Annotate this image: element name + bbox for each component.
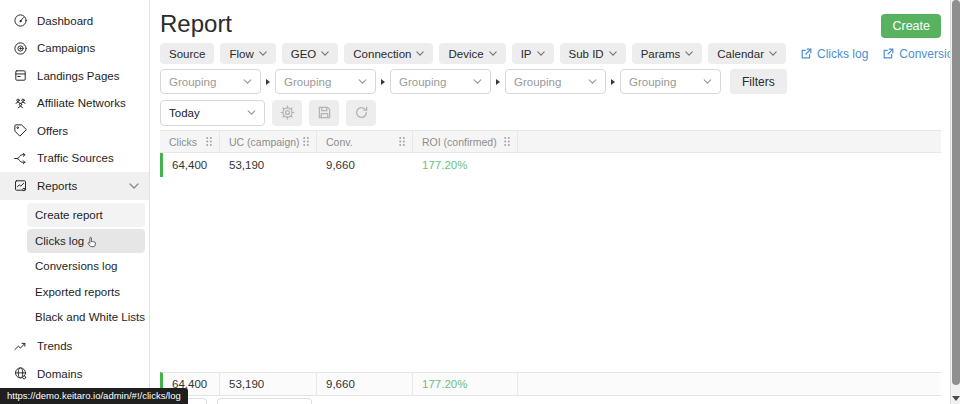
sub-item-label: Clicks log xyxy=(35,235,84,247)
create-button[interactable]: Create xyxy=(881,14,941,38)
chevron-down-icon xyxy=(537,51,545,56)
grouping-select-3[interactable]: Grouping xyxy=(390,69,491,94)
sidebar-item-label: Reports xyxy=(37,180,77,192)
filter-chip-params[interactable]: Params xyxy=(632,43,703,64)
settings-button[interactable] xyxy=(272,100,302,126)
pagination-button[interactable] xyxy=(186,398,207,404)
page-title: Report xyxy=(160,10,232,38)
page-size-select[interactable] xyxy=(217,398,312,404)
pagination xyxy=(160,398,941,404)
period-value: Today xyxy=(169,107,200,119)
chip-label: Flow xyxy=(229,48,253,60)
sidebar-item-conversions-log[interactable]: Conversions log xyxy=(27,254,145,278)
sidebar-item-black-white-lists[interactable]: Black and White Lists xyxy=(27,305,145,329)
cell-conv: 9,660 xyxy=(317,153,413,177)
clicks-log-link[interactable]: Clicks log xyxy=(800,47,868,61)
chevron-down-icon xyxy=(243,79,252,84)
grouping-row: Grouping Grouping Grouping Grouping Grou… xyxy=(160,69,787,94)
chevron-down-icon xyxy=(473,79,482,84)
conversions-log-link[interactable]: Conversions log xyxy=(882,47,960,61)
sidebar-item-dashboard[interactable]: Dashboard xyxy=(0,7,149,35)
grouping-select-1[interactable]: Grouping xyxy=(160,69,261,94)
filter-chip-connection[interactable]: Connection xyxy=(344,43,433,64)
select-placeholder: Grouping xyxy=(169,76,216,88)
mouse-cursor-icon xyxy=(85,235,100,250)
cell-clicks: 64,400 xyxy=(163,153,220,177)
landings-pages-icon xyxy=(13,68,28,83)
chip-label: IP xyxy=(521,48,532,60)
chevron-down-icon xyxy=(489,51,497,56)
grouping-select-4[interactable]: Grouping xyxy=(505,69,606,94)
offers-icon xyxy=(13,123,28,138)
filter-chip-geo[interactable]: GEO xyxy=(282,43,339,64)
sidebar-item-traffic-sources[interactable]: Traffic Sources xyxy=(0,145,149,173)
column-header-roi-confirmed[interactable]: ROI (confirmed) xyxy=(413,131,518,152)
sidebar-item-clicks-log[interactable]: Clicks log xyxy=(27,229,145,253)
chip-label: GEO xyxy=(291,48,317,60)
sidebar-item-campaigns[interactable]: Campaigns xyxy=(0,35,149,63)
gear-icon xyxy=(280,105,295,120)
chevron-down-icon xyxy=(358,79,367,84)
sidebar-item-trends[interactable]: Trends xyxy=(0,333,149,361)
table-row: 64,400 53,190 9,660 177.20% xyxy=(160,153,941,177)
filter-chip-sub-id[interactable]: Sub ID xyxy=(560,43,626,64)
floppy-save-icon xyxy=(317,105,332,120)
grouping-select-2[interactable]: Grouping xyxy=(275,69,376,94)
select-placeholder: Grouping xyxy=(399,76,446,88)
vertical-scrollbar[interactable] xyxy=(950,0,960,404)
filter-chip-source[interactable]: Source xyxy=(160,43,214,64)
save-report-button[interactable] xyxy=(309,100,339,126)
scrollbar-down-arrow-icon[interactable] xyxy=(952,396,960,401)
scrollbar-thumb[interactable] xyxy=(952,0,960,385)
chip-label: Calendar xyxy=(717,48,764,60)
sidebar-item-exported-reports[interactable]: Exported reports xyxy=(27,280,145,304)
sidebar-item-domains[interactable]: Domains xyxy=(0,360,149,388)
dashboard-icon xyxy=(13,13,28,28)
select-placeholder: Grouping xyxy=(284,76,331,88)
drag-handle-icon[interactable] xyxy=(205,136,213,147)
footer-conv: 9,660 xyxy=(317,373,413,395)
trends-icon xyxy=(13,339,28,354)
campaigns-icon xyxy=(13,41,28,56)
filter-chip-flow[interactable]: Flow xyxy=(220,43,275,64)
filters-button[interactable]: Filters xyxy=(730,69,787,94)
sidebar-item-reports[interactable]: Reports xyxy=(0,172,149,200)
table-footer-row: 64,400 53,190 9,660 177.20% xyxy=(160,372,941,396)
reports-subnav: Create report Clicks log Conversions log… xyxy=(0,200,149,333)
chevron-down-icon xyxy=(321,51,329,56)
drag-handle-icon[interactable] xyxy=(503,136,511,147)
chevron-down-icon xyxy=(685,51,693,56)
filter-chip-calendar[interactable]: Calendar xyxy=(708,43,786,64)
column-label: Conv. xyxy=(326,136,353,148)
sidebar-item-affiliate-networks[interactable]: Affiliate Networks xyxy=(0,90,149,118)
chevron-down-icon xyxy=(769,51,777,56)
column-header-clicks[interactable]: Clicks xyxy=(160,131,220,152)
footer-uc-campaign: 53,190 xyxy=(220,373,317,395)
period-select[interactable]: Today xyxy=(160,100,265,126)
filter-chip-ip[interactable]: IP xyxy=(512,43,554,64)
chevron-down-icon xyxy=(259,51,267,56)
grouping-separator-icon xyxy=(381,79,385,85)
drag-handle-icon[interactable] xyxy=(398,136,406,147)
sidebar-item-label: Trends xyxy=(37,340,72,352)
reports-icon xyxy=(13,178,28,193)
chevron-down-icon xyxy=(588,79,597,84)
sidebar-item-offers[interactable]: Offers xyxy=(0,117,149,145)
sidebar-item-landings-pages[interactable]: Landings Pages xyxy=(0,62,149,90)
toolbar-row: Today xyxy=(160,99,376,126)
sidebar-item-label: Landings Pages xyxy=(37,70,119,82)
sidebar-item-create-report[interactable]: Create report xyxy=(27,203,145,227)
column-header-uc-campaign[interactable]: UC (campaign) xyxy=(220,131,317,152)
sidebar-item-label: Offers xyxy=(37,125,68,137)
drag-handle-icon[interactable] xyxy=(302,136,310,147)
filter-chip-row: Source Flow GEO Connection Device IP Sub… xyxy=(160,43,960,64)
column-label: ROI (confirmed) xyxy=(422,136,497,148)
sub-item-label: Exported reports xyxy=(35,286,120,298)
refresh-button[interactable] xyxy=(346,100,376,126)
footer-roi-confirmed: 177.20% xyxy=(413,373,518,395)
column-header-conv[interactable]: Conv. xyxy=(317,131,413,152)
grouping-select-5[interactable]: Grouping xyxy=(620,69,721,94)
filter-chip-device[interactable]: Device xyxy=(439,43,505,64)
select-placeholder: Grouping xyxy=(514,76,561,88)
grouping-separator-icon xyxy=(496,79,500,85)
